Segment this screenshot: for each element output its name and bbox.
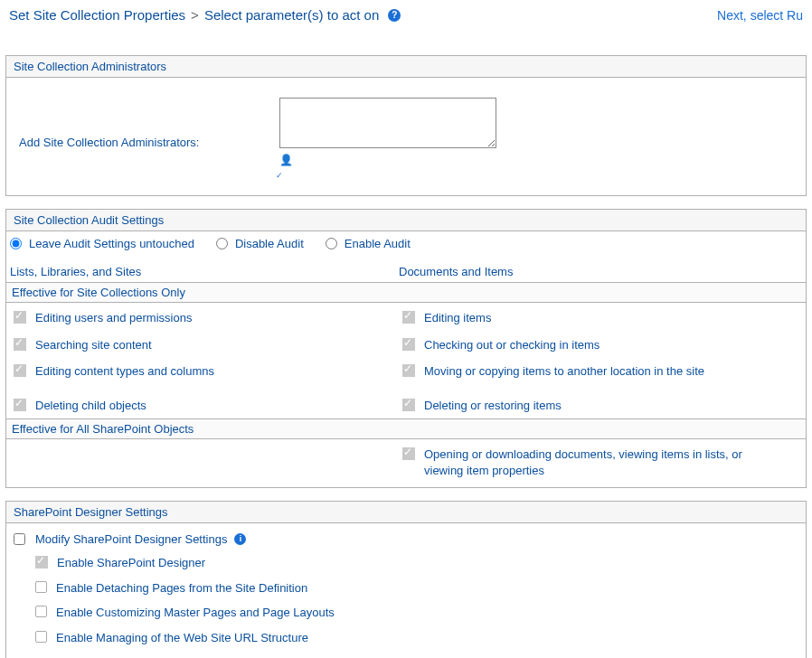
audit-subheader-sitecollections: Effective for Site Collections Only	[6, 282, 806, 303]
panel-audit: Site Collection Audit Settings Leave Aud…	[5, 209, 807, 488]
chk-open-download[interactable]: Opening or downloading documents, viewin…	[402, 446, 750, 478]
breadcrumb-current: Select parameter(s) to act on	[204, 7, 379, 23]
panel-designer: SharePoint Designer Settings Modify Shar…	[5, 501, 807, 658]
radio-enable-label: Enable Audit	[345, 237, 411, 250]
panel-audit-header: Site Collection Audit Settings	[6, 210, 806, 231]
audit-col-right-header: Documents and Items	[399, 265, 802, 278]
chk-delete-child[interactable]: Deleting child objects	[14, 398, 402, 414]
chk-move-copy-items[interactable]: Moving or copying items to another locat…	[402, 363, 798, 380]
radio-enable-audit-input[interactable]	[326, 238, 337, 249]
chk-edit-content-types[interactable]: Editing content types and columns	[14, 363, 402, 380]
checkbox-icon	[35, 631, 47, 643]
checkbox-icon	[402, 447, 415, 460]
checkbox-icon	[14, 364, 26, 377]
chk-modify-designer[interactable]: Modify SharePoint Designer Settings i	[14, 532, 798, 546]
chk-enable-customizing[interactable]: Enable Customizing Master Pages and Page…	[35, 605, 798, 621]
info-icon[interactable]: i	[234, 533, 246, 545]
checkbox-icon	[402, 364, 415, 377]
audit-grid-allobjects: Opening or downloading documents, viewin…	[6, 439, 806, 487]
radio-leave-label: Leave Audit Settings untouched	[29, 237, 194, 250]
help-icon[interactable]: ?	[388, 9, 401, 22]
radio-leave-untouched-input[interactable]	[10, 238, 22, 249]
people-picker-icon[interactable]: 👤	[279, 154, 292, 166]
checkbox-icon	[35, 606, 47, 617]
chk-checkout-items[interactable]: Checking out or checking in items	[402, 337, 798, 353]
checkbox-icon	[14, 399, 26, 411]
radio-leave-untouched[interactable]: Leave Audit Settings untouched	[10, 237, 194, 250]
admins-field-label: Add Site Collection Administrators:	[19, 98, 263, 149]
breadcrumb: Set Site Collection Properties > Select …	[0, 0, 812, 28]
chk-enable-managing-url[interactable]: Enable Managing of the Web Site URL Stru…	[35, 630, 798, 646]
panel-admins: Site Collection Administrators Add Site …	[5, 55, 807, 196]
chk-edit-users[interactable]: Editing users and permissions	[14, 310, 402, 326]
checkbox-icon	[14, 338, 26, 351]
radio-disable-audit-input[interactable]	[216, 238, 228, 249]
radio-disable-label: Disable Audit	[235, 237, 304, 250]
chk-enable-designer[interactable]: Enable SharePoint Designer	[35, 555, 798, 571]
admins-input[interactable]	[279, 98, 496, 148]
chk-enable-detaching[interactable]: Enable Detaching Pages from the Site Def…	[35, 580, 798, 597]
chk-search-content[interactable]: Searching site content	[14, 337, 402, 353]
breadcrumb-separator: >	[191, 7, 199, 23]
audit-subheader-allobjects: Effective for All SharePoint Objects	[6, 418, 806, 439]
radio-disable-audit[interactable]: Disable Audit	[216, 237, 304, 250]
breadcrumb-root[interactable]: Set Site Collection Properties	[9, 7, 185, 23]
panel-admins-header: Site Collection Administrators	[6, 56, 806, 78]
checkbox-icon	[35, 581, 47, 593]
panel-designer-header: SharePoint Designer Settings	[6, 502, 806, 523]
checkbox-icon	[402, 338, 415, 351]
audit-col-left-header: Lists, Libraries, and Sites	[10, 265, 399, 278]
chk-modify-designer-label: Modify SharePoint Designer Settings	[35, 532, 227, 546]
checkbox-icon	[35, 556, 48, 569]
checkbox-icon	[14, 311, 26, 324]
chk-modify-designer-input[interactable]	[14, 533, 25, 545]
chk-edit-items[interactable]: Editing items	[402, 310, 798, 326]
checkbox-icon	[402, 311, 415, 324]
audit-grid-sitecollections: Editing users and permissions Searching …	[6, 303, 806, 417]
chk-delete-restore-items[interactable]: Deleting or restoring items	[402, 398, 798, 414]
checkbox-icon	[402, 399, 415, 411]
radio-enable-audit[interactable]: Enable Audit	[326, 237, 411, 250]
next-step-link[interactable]: Next, select Ru	[717, 8, 803, 23]
